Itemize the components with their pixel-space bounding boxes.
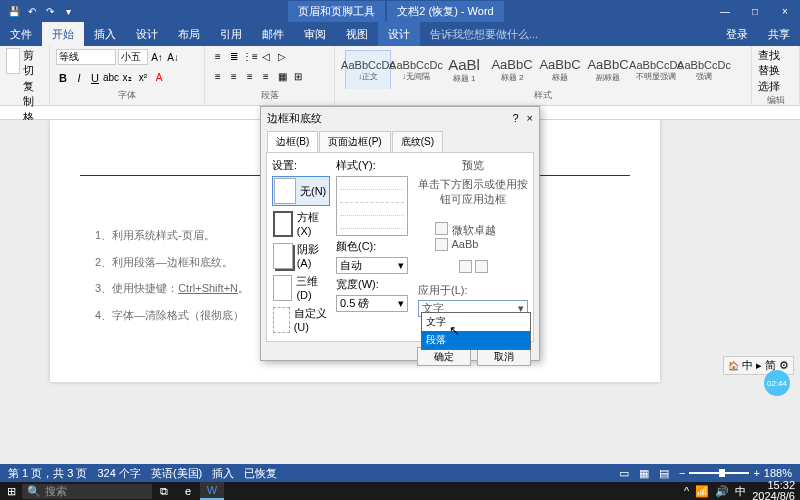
tab-home[interactable]: 开始 [42,22,84,47]
status-lang[interactable]: 英语(美国) [151,466,202,481]
setting-box[interactable]: 方框(X) [272,209,330,238]
tray-ime[interactable]: 中 [735,484,746,499]
signin-button[interactable]: 登录 [716,22,758,47]
increase-indent-icon[interactable]: ▷ [275,49,289,63]
tab-view[interactable]: 视图 [336,22,378,47]
select-button[interactable]: 选择 [758,79,793,94]
task-view-icon[interactable]: ⧉ [152,482,176,500]
view-read-icon[interactable]: ▭ [619,467,629,480]
find-button[interactable]: 查找 [758,48,793,63]
align-right-icon[interactable]: ≡ [243,70,257,84]
style-subtitle[interactable]: AaBbC副标题 [585,50,631,89]
zoom-in-button[interactable]: + [753,467,759,479]
strikethrough-icon[interactable]: abc [104,71,118,85]
redo-icon[interactable]: ↷ [42,3,58,19]
tab-review[interactable]: 审阅 [294,22,336,47]
tray-network-icon[interactable]: 📶 [695,485,709,498]
tab-insert[interactable]: 插入 [84,22,126,47]
word-taskbar-icon[interactable]: W [200,482,224,500]
setting-3d[interactable]: 三维(D) [272,273,330,302]
start-button[interactable]: ⊞ [0,485,22,498]
view-print-icon[interactable]: ▦ [639,467,649,480]
align-left-icon[interactable]: ≡ [211,70,225,84]
maximize-button[interactable]: □ [740,6,770,17]
tab-borders[interactable]: 边框(B) [267,131,318,152]
zoom-level[interactable]: 188% [764,467,792,479]
tab-references[interactable]: 引用 [210,22,252,47]
edge-icon[interactable]: e [176,482,200,500]
borders-icon[interactable]: ⊞ [291,70,305,84]
underline-icon[interactable]: U [88,71,102,85]
tab-page-border[interactable]: 页面边框(P) [319,131,390,152]
justify-icon[interactable]: ≡ [259,70,273,84]
border-left-toggle[interactable] [459,260,472,273]
subscript-icon[interactable]: x₂ [120,71,134,85]
superscript-icon[interactable]: x² [136,71,150,85]
zoom-slider[interactable] [689,472,749,474]
dialog-close-button[interactable]: × [527,112,533,124]
doc-line-2: 2、利用段落—边框和底纹 [95,256,222,268]
style-normal[interactable]: AaBbCcDc↓正文 [345,50,391,89]
dropdown-item-paragraph[interactable]: 段落 [422,331,530,349]
width-select[interactable]: 0.5 磅▾ [336,295,408,312]
tray-volume-icon[interactable]: 🔊 [715,485,729,498]
status-page[interactable]: 第 1 页，共 3 页 [8,466,87,481]
border-bottom-toggle[interactable] [435,238,448,251]
font-size-select[interactable]: 小五 [118,49,148,65]
color-select[interactable]: 自动▾ [336,257,408,274]
doc-line-1: 1、利用系统样式-页眉 [95,229,204,241]
align-center-icon[interactable]: ≡ [227,70,241,84]
style-nospacing[interactable]: AaBbCcDc↓无间隔 [393,50,439,89]
zoom-out-button[interactable]: − [679,467,685,479]
replace-button[interactable]: 替换 [758,63,793,78]
paste-icon[interactable] [6,48,20,74]
tab-mailings[interactable]: 邮件 [252,22,294,47]
qat-more-icon[interactable]: ▾ [60,3,76,19]
tab-shading[interactable]: 底纹(S) [392,131,443,152]
shrink-font-icon[interactable]: A↓ [166,50,180,64]
setting-custom[interactable]: 自定义(U) [272,305,330,334]
tab-design[interactable]: 设计 [126,22,168,47]
italic-icon[interactable]: I [72,71,86,85]
bold-icon[interactable]: B [56,71,70,85]
styles-gallery[interactable]: AaBbCcDc↓正文 AaBbCcDc↓无间隔 AaBl标题 1 AaBbC标… [341,48,745,89]
style-emphasis[interactable]: AaBbCcDc强调 [681,50,727,89]
close-button[interactable]: × [770,6,800,17]
shading-icon[interactable]: ▦ [275,70,289,84]
numbering-icon[interactable]: ≣ [227,49,241,63]
tell-me[interactable]: 告诉我您想要做什么... [420,22,548,47]
tab-file[interactable]: 文件 [0,22,42,47]
setting-shadow[interactable]: 阴影(A) [272,241,330,270]
style-subtle[interactable]: AaBbCcDc不明显强调 [633,50,679,89]
tab-layout[interactable]: 布局 [168,22,210,47]
decrease-indent-icon[interactable]: ◁ [259,49,273,63]
style-label: 样式(Y): [336,158,412,173]
status-words[interactable]: 324 个字 [97,466,140,481]
style-title[interactable]: AaBbC标题 [537,50,583,89]
bullets-icon[interactable]: ≡ [211,49,225,63]
dropdown-item-text[interactable]: 文字 [422,313,530,331]
copy-button[interactable]: 复制 [23,79,43,109]
undo-icon[interactable]: ↶ [24,3,40,19]
border-right-toggle[interactable] [475,260,488,273]
font-name-select[interactable]: 等线 [56,49,116,65]
dialog-title: 边框和底纹 [267,111,322,126]
minimize-button[interactable]: — [710,6,740,17]
taskbar-search[interactable]: 🔍搜索 [22,484,152,499]
share-button[interactable]: 共享 [758,22,800,47]
grow-font-icon[interactable]: A↑ [150,50,164,64]
view-web-icon[interactable]: ▤ [659,467,669,480]
multilevel-icon[interactable]: ⋮≡ [243,49,257,63]
tray-chevron-icon[interactable]: ^ [684,485,689,497]
save-icon[interactable]: 💾 [6,3,22,19]
line-style-list[interactable] [336,176,408,236]
style-heading2[interactable]: AaBbC标题 2 [489,50,535,89]
border-top-toggle[interactable] [435,222,448,235]
tab-design-contextual[interactable]: 设计 [378,22,420,47]
cut-button[interactable]: 剪切 [23,48,43,78]
setting-none[interactable]: 无(N) [272,176,330,206]
dialog-help-button[interactable]: ? [512,112,518,124]
status-insert[interactable]: 插入 [212,466,234,481]
style-heading1[interactable]: AaBl标题 1 [441,50,487,89]
font-color-icon[interactable]: A [152,71,166,85]
